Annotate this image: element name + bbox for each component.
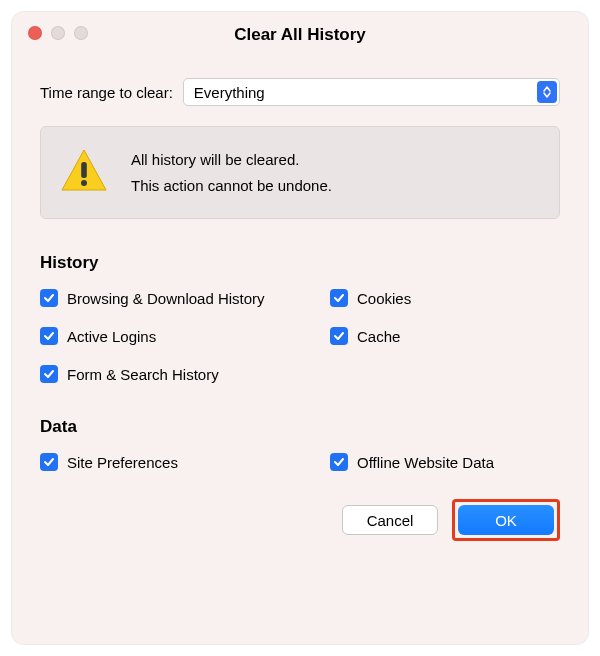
checkbox-label: Offline Website Data [357, 454, 494, 471]
dialog-window: Clear All History Time range to clear: E… [12, 12, 588, 644]
checkbox-label: Site Preferences [67, 454, 178, 471]
svg-point-1 [81, 180, 87, 186]
time-range-select[interactable]: Everything [183, 78, 560, 106]
checkbox-form-search-history[interactable]: Form & Search History [40, 365, 330, 383]
time-range-value: Everything [194, 84, 265, 101]
cancel-button-label: Cancel [367, 512, 414, 529]
checkbox-icon [40, 365, 58, 383]
data-section-heading: Data [40, 417, 560, 437]
dialog-footer: Cancel OK [40, 499, 560, 541]
checkbox-label: Active Logins [67, 328, 156, 345]
checkbox-label: Cache [357, 328, 400, 345]
warning-panel: All history will be cleared. This action… [40, 126, 560, 219]
window-controls [28, 26, 88, 40]
checkbox-icon [330, 289, 348, 307]
window-title: Clear All History [234, 25, 366, 45]
history-options-grid: Browsing & Download History Cookies Acti… [40, 289, 560, 383]
checkbox-cookies[interactable]: Cookies [330, 289, 560, 307]
checkbox-icon [40, 327, 58, 345]
warning-icon [59, 148, 109, 197]
checkbox-site-preferences[interactable]: Site Preferences [40, 453, 330, 471]
checkbox-browsing-download-history[interactable]: Browsing & Download History [40, 289, 330, 307]
checkbox-label: Form & Search History [67, 366, 219, 383]
dropdown-arrows-icon [537, 81, 557, 103]
checkbox-cache[interactable]: Cache [330, 327, 560, 345]
history-section-heading: History [40, 253, 560, 273]
dialog-content: Time range to clear: Everything [12, 58, 588, 559]
checkbox-icon [40, 289, 58, 307]
minimize-window-button[interactable] [51, 26, 65, 40]
data-options-grid: Site Preferences Offline Website Data [40, 453, 560, 471]
ok-button-highlight: OK [452, 499, 560, 541]
checkbox-icon [330, 453, 348, 471]
time-range-label: Time range to clear: [40, 84, 173, 101]
ok-button-label: OK [495, 512, 517, 529]
ok-button[interactable]: OK [458, 505, 554, 535]
titlebar: Clear All History [12, 12, 588, 58]
close-window-button[interactable] [28, 26, 42, 40]
maximize-window-button[interactable] [74, 26, 88, 40]
warning-line-2: This action cannot be undone. [131, 173, 332, 199]
checkbox-offline-website-data[interactable]: Offline Website Data [330, 453, 560, 471]
cancel-button[interactable]: Cancel [342, 505, 438, 535]
checkbox-icon [330, 327, 348, 345]
checkbox-active-logins[interactable]: Active Logins [40, 327, 330, 345]
checkbox-label: Browsing & Download History [67, 290, 265, 307]
time-range-row: Time range to clear: Everything [40, 78, 560, 106]
warning-text: All history will be cleared. This action… [131, 147, 332, 198]
warning-line-1: All history will be cleared. [131, 147, 332, 173]
svg-rect-0 [81, 162, 87, 178]
checkbox-label: Cookies [357, 290, 411, 307]
checkbox-icon [40, 453, 58, 471]
